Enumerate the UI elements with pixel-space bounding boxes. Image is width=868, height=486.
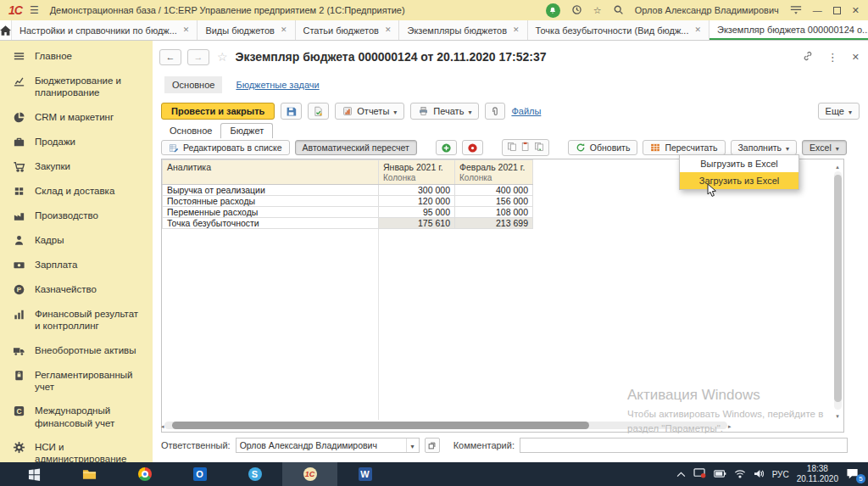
back-button[interactable] (159, 49, 181, 65)
word-icon[interactable]: W (337, 462, 392, 486)
tab-budget-kinds[interactable]: Виды бюджетов (198, 20, 295, 40)
forward-button[interactable] (187, 49, 209, 65)
tab-close-icon[interactable] (694, 26, 701, 34)
tab-budget-settings[interactable]: Настройки и справочники по бюдж... (12, 20, 198, 40)
current-user[interactable]: Орлов Александр Владимирович (635, 5, 779, 15)
reports-button[interactable]: Отчеты (335, 103, 404, 120)
chrome-icon[interactable] (117, 462, 172, 486)
maximize-button[interactable] (833, 7, 841, 14)
recalculate-button[interactable]: Пересчитать (643, 140, 725, 155)
refresh-button[interactable]: Обновить (568, 140, 638, 155)
responsible-input[interactable] (236, 439, 406, 452)
tab-budget-instances[interactable]: Экземпляры бюджетов (399, 20, 527, 40)
tab-close-icon[interactable] (281, 26, 287, 34)
get-link-icon[interactable] (802, 50, 814, 64)
sidebar-item-purchases[interactable]: Закупки (0, 154, 153, 179)
close-window-button[interactable] (852, 6, 860, 15)
action-center-icon[interactable]: 5 (846, 467, 861, 481)
scroll-up-icon[interactable] (834, 161, 841, 170)
sidebar-item-warehouse[interactable]: Склад и доставка (0, 179, 153, 204)
table-row[interactable]: Постоянные расходы 120 000 156 000 (163, 196, 533, 207)
minimize-button[interactable] (813, 6, 822, 15)
tray-expand-icon[interactable] (676, 469, 686, 479)
1c-app-icon[interactable]: 1С (282, 462, 337, 486)
skype-icon[interactable]: S (227, 462, 282, 486)
scroll-left-icon[interactable] (161, 421, 164, 430)
tab-breakeven[interactable]: Точка безубыточности (Вид бюдж... (528, 20, 709, 40)
sidebar-item-assets[interactable]: Внеоборотные активы (0, 338, 153, 363)
horizontal-scroll-thumb[interactable] (172, 422, 589, 429)
add-row-button[interactable] (436, 140, 457, 155)
sidebar-item-production[interactable]: Производство (0, 204, 153, 228)
excel-button[interactable]: Excel (802, 140, 847, 155)
table-row[interactable]: Переменные расходы 95 000 108 000 (163, 207, 533, 218)
sidebar-item-treasury[interactable]: P Казначейство (0, 277, 153, 302)
screen-record-icon[interactable] (693, 468, 706, 480)
tab-close-icon[interactable] (513, 26, 520, 34)
nav-budget-tasks-link[interactable]: Бюджетные задачи (236, 80, 319, 90)
sidebar-item-hr[interactable]: Кадры (0, 228, 153, 253)
tab-budget-items[interactable]: Статьи бюджетов (296, 20, 400, 40)
delete-row-button[interactable] (462, 140, 483, 155)
sidebar-item-admin[interactable]: НСИ и администрирование (0, 435, 153, 462)
menu-item-export-excel[interactable]: Выгрузить в Excel (680, 155, 798, 172)
more-button[interactable]: Еще (818, 103, 860, 120)
copy-icon[interactable] (507, 142, 517, 154)
vertical-scrollbar[interactable] (834, 163, 842, 418)
close-form-button[interactable] (852, 53, 860, 62)
col-header-january[interactable]: Январь 2021 г.Колонка (379, 160, 455, 185)
horizontal-scrollbar[interactable] (164, 422, 727, 429)
scroll-right-icon[interactable] (728, 421, 732, 430)
edit-in-list-button[interactable]: Редактировать в списке (161, 140, 290, 155)
more-menu-icon[interactable] (827, 52, 838, 63)
main-menu-icon[interactable] (30, 5, 39, 15)
tab-close-icon[interactable] (183, 26, 190, 34)
comment-input[interactable] (520, 438, 848, 453)
file-explorer-icon[interactable] (62, 462, 117, 486)
sidebar-item-finresult[interactable]: Финансовый результат и контроллинг (0, 302, 153, 338)
table-row[interactable]: Выручка от реализации 300 000 400 000 (163, 185, 533, 196)
copy-rows-icon[interactable] (534, 142, 544, 154)
col-header-february[interactable]: Февраль 2021 г.Колонка (455, 160, 533, 185)
sidebar-item-crm[interactable]: CRM и маркетинг (0, 105, 153, 130)
combo-dropdown-icon[interactable] (406, 439, 419, 452)
home-tab[interactable] (0, 20, 12, 40)
fill-button[interactable]: Заполнить (731, 140, 798, 155)
wifi-icon[interactable] (734, 469, 746, 480)
table-row-total[interactable]: Точка безубыточности 175 610 213 699 (163, 218, 533, 229)
paste-icon[interactable] (520, 142, 531, 154)
form-tab-budget[interactable]: Бюджет (220, 123, 273, 138)
post-and-close-button[interactable]: Провести и закрыть (161, 103, 275, 120)
vertical-scroll-thumb[interactable] (834, 175, 842, 402)
tab-budget-instance-active[interactable]: Экземпляр бюджета 000000124 о... (709, 20, 868, 40)
service-menu-icon[interactable] (790, 5, 802, 16)
search-icon[interactable] (613, 4, 624, 17)
nav-main-link[interactable]: Основное (164, 76, 222, 93)
print-button[interactable]: Печать (410, 103, 479, 120)
notifications-bell-icon[interactable] (546, 3, 560, 18)
start-button[interactable] (7, 462, 62, 486)
tab-close-icon[interactable] (385, 26, 392, 34)
menu-item-import-excel[interactable]: Загрузить из Excel (680, 172, 798, 189)
battery-icon[interactable] (714, 469, 726, 479)
clock[interactable]: 18:38 20.11.2020 (797, 464, 838, 485)
auto-recalc-toggle[interactable]: Автоматический пересчет (295, 140, 417, 155)
volume-icon[interactable] (754, 469, 765, 480)
sidebar-item-sales[interactable]: Продажи (0, 130, 153, 154)
sidebar-item-main[interactable]: Главное (0, 44, 153, 69)
open-responsible-icon[interactable] (425, 438, 440, 453)
form-tab-main[interactable]: Основное (161, 124, 220, 138)
scroll-down-icon[interactable] (834, 411, 841, 420)
post-document-button[interactable] (308, 103, 329, 120)
favorites-icon[interactable] (593, 6, 602, 15)
save-button[interactable] (281, 103, 302, 120)
sidebar-item-budgeting[interactable]: Бюджетирование и планирование (0, 69, 153, 105)
outlook-icon[interactable]: O (172, 462, 227, 486)
add-favorite-star-icon[interactable] (217, 51, 228, 63)
col-header-analytics[interactable]: Аналитика (163, 160, 379, 185)
sidebar-item-regulated[interactable]: Регламентированный учет (0, 363, 153, 399)
files-link[interactable]: Файлы (511, 106, 541, 116)
history-icon[interactable] (571, 4, 582, 17)
sidebar-item-ifrs[interactable]: C Международный финансовый учет (0, 399, 153, 435)
language-indicator[interactable]: РУС (772, 470, 789, 479)
